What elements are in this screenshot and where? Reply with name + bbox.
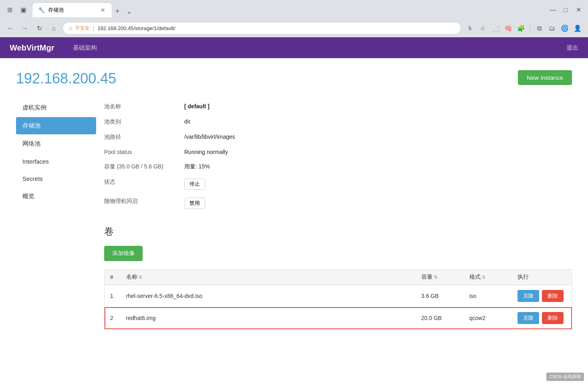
maximize-button[interactable]: □ [560,4,571,16]
pool-name-label: 池名称 [104,103,184,110]
divider [530,24,530,32]
pool-capacity-value: 用量: 15% [184,163,210,170]
new-instance-button[interactable]: New Instance [518,70,572,85]
sidebar-item-vms[interactable]: 虚机实例 [16,99,96,116]
row-capacity-1: 3.6 GB [416,285,464,307]
sidebar-item-storage[interactable]: 存储池 [16,117,96,134]
col-index: # [105,269,121,285]
volumes-table: # 名称 容量 格式 执行 1 rhel-server-6.5-x86_64-d… [104,269,572,329]
tab-icon-btn[interactable]: ▣ [18,4,29,16]
refresh-button[interactable]: ↻ [34,23,45,34]
tab-bar: 🔧 存储池 ✕ + ⌄ [32,2,544,17]
tab-favicon: 🔧 [38,7,45,13]
pool-path-row: 池路径 /var/lib/libvirt/images [104,130,572,145]
browser-actions: Ꞻ ☆ ⬜ 🧠 🧩 ⧉ 🗂 🌀 👤 [464,23,583,34]
tab-menu-button[interactable]: ⌄ [123,5,135,17]
forward-button[interactable]: → [19,23,30,34]
title-bar: ⊞ ▣ 🔧 存储池 ✕ + ⌄ — □ ✕ [0,0,588,20]
home-button[interactable]: ⌂ [48,23,59,34]
tab-close-button[interactable]: ✕ [100,6,106,14]
pool-capacity-row: 容量 (35.0 GB / 5.6 GB) 用量: 15% [104,159,572,174]
volumes-table-head: # 名称 容量 格式 执行 [105,269,572,285]
pool-capacity-label: 容量 (35.0 GB / 5.6 GB) [104,163,184,170]
new-tab-button[interactable]: + [112,6,123,17]
pool-autostart-label: 随物理机同启 [104,198,184,209]
collections-btn[interactable]: 🗂 [546,23,558,34]
sidebar-item-overview[interactable]: 概览 [16,188,96,205]
address-bar: ← → ↻ ⌂ ⚠ 不安全 | 192.168.200.45/storage/1… [0,20,588,37]
delete-button-1[interactable]: 删除 [542,290,564,302]
row-action-1: 克隆 删除 [512,285,572,307]
row-name-1: rhel-server-6.5-x86_64-dvd.iso [121,285,416,307]
col-name[interactable]: 名称 [121,269,416,285]
app-logo: WebVirtMgr [10,43,54,53]
read-aloud-btn[interactable]: Ꞻ [464,23,475,34]
security-warning-icon: ⚠ [68,26,73,31]
volumes-section-title: 卷 [104,225,572,238]
row-format-1: iso [464,285,512,307]
pool-autostart-row: 随物理机同启 禁用 [104,194,572,213]
table-row: 1 rhel-server-6.5-x86_64-dvd.iso 3.6 GB … [105,285,572,307]
pool-state-row: 状态 停止 [104,174,572,194]
pool-state-button[interactable]: 停止 [184,178,205,190]
row-capacity-2: 20.0 GB [416,307,464,329]
row-name-2: redhat6.img [121,307,416,329]
active-tab: 🔧 存储池 ✕ [32,2,112,17]
minimize-button[interactable]: — [547,4,558,16]
pool-name-value: [ default ] [184,103,209,110]
pool-type-label: 池类别 [104,118,184,126]
sidebar-item-interfaces[interactable]: Interfaces [16,153,96,170]
app-header: WebVirtMgr 基础架构 退出 [0,37,588,58]
sidebar: 虚机实例 存储池 网络池 Interfaces Secrets 概览 [16,99,104,329]
pool-path-value: /var/lib/libvirt/images [184,134,235,141]
tab-title: 存储池 [48,6,97,14]
profile-btn[interactable]: 👤 [572,23,583,34]
clone-button-1[interactable]: 克隆 [518,290,539,302]
row-index-2: 2 [105,307,121,329]
logout-button[interactable]: 退出 [566,44,578,52]
extensions-btn[interactable]: ⬜ [490,23,501,34]
grid-icon-btn[interactable]: ⊞ [4,4,15,16]
clone-button-2[interactable]: 克隆 [518,312,539,324]
pool-path-label: 池路径 [104,134,184,141]
brain-btn[interactable]: 🧠 [503,23,514,34]
pool-status-label: Pool status [104,149,184,155]
col-capacity[interactable]: 容量 [416,269,464,285]
pool-status-value: Running normally [184,149,228,155]
delete-button-2[interactable]: 删除 [542,312,564,324]
address-text: 192.168.200.45/storage/1/default/ [97,25,175,31]
page-title: 192.168.200.45 [16,70,116,87]
browser-chrome: ⊞ ▣ 🔧 存储池 ✕ + ⌄ — □ ✕ ← → ↻ ⌂ ⚠ 不安全 | 19… [0,0,588,37]
security-warning-text: 不安全 [75,25,90,32]
row-index-1: 1 [105,285,121,307]
close-button[interactable]: ✕ [573,4,584,16]
pool-info-table: 池名称 [ default ] 池类别 dir 池路径 /var/lib/lib… [104,99,572,213]
row-action-2: 克隆 删除 [512,307,572,329]
back-button[interactable]: ← [5,23,16,34]
col-format[interactable]: 格式 [464,269,512,285]
pool-type-row: 池类别 dir [104,114,572,130]
puzzle-btn[interactable]: 🧩 [516,23,527,34]
bookmark-btn[interactable]: ☆ [477,23,488,34]
sidebar-item-networks[interactable]: 网络池 [16,135,96,152]
table-row-highlighted: 2 redhat6.img 20.0 GB qcow2 克隆 删除 [105,307,572,329]
browser-controls: ⊞ ▣ [4,4,29,16]
main-content: 192.168.200.45 New Instance 虚机实例 存储池 网络池… [0,58,588,389]
detail-panel: 池名称 [ default ] 池类别 dir 池路径 /var/lib/lib… [104,99,572,329]
add-image-button[interactable]: 添加镜像 [104,246,143,261]
pool-status-row: Pool status Running normally [104,145,572,159]
pool-name-row: 池名称 [ default ] [104,99,572,114]
watermark: CSDN @馬路哦 [546,373,584,381]
nav-infrastructure[interactable]: 基础架构 [66,37,103,58]
page-header: 192.168.200.45 New Instance [16,70,572,87]
address-input[interactable]: ⚠ 不安全 | 192.168.200.45/storage/1/default… [62,22,461,34]
sidebar-item-secrets[interactable]: Secrets [16,170,96,187]
content-layout: 虚机实例 存储池 网络池 Interfaces Secrets 概览 [16,99,572,329]
copilot-btn[interactable]: 🌀 [559,23,570,34]
row-format-2: qcow2 [464,307,512,329]
col-action: 执行 [512,269,572,285]
pool-type-value: dir [184,118,191,126]
split-view-btn[interactable]: ⧉ [534,23,545,34]
pool-autostart-button[interactable]: 禁用 [184,198,205,209]
pool-state-label: 状态 [104,178,184,190]
